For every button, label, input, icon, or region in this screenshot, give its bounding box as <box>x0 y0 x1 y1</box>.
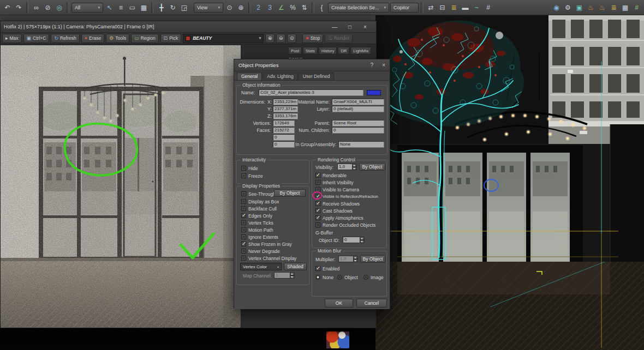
copitor-button[interactable]: Copitor <box>390 3 419 13</box>
visible-to-camera-checkbox[interactable]: Visible to Camera <box>315 186 359 192</box>
display-by-object-button[interactable]: By Object <box>274 189 306 197</box>
never-degrade-checkbox[interactable]: Never Degrade <box>241 248 280 254</box>
display-as-box-checkbox[interactable]: Display as Box <box>241 198 279 204</box>
select-and-rotate-icon[interactable]: ↻ <box>168 2 178 13</box>
visibility-by-object-button[interactable]: By Object <box>359 163 385 171</box>
spinner-arrows-icon[interactable] <box>290 272 295 279</box>
layer-manager-icon[interactable]: ≣ <box>449 2 459 13</box>
spinner-arrows-icon[interactable] <box>353 256 358 262</box>
cancel-button[interactable]: Cancel <box>356 299 387 307</box>
vfb-stop-button[interactable]: ■ Stop <box>302 34 323 43</box>
apply-atmospherics-checkbox[interactable]: Apply Atmospherics <box>315 215 363 221</box>
schematic-view-icon[interactable]: # <box>483 2 493 13</box>
map-channel-spinner[interactable]: 1 <box>274 272 295 279</box>
motion-path-checkbox[interactable]: Motion Path <box>241 227 273 233</box>
tab-post[interactable]: Post <box>288 47 302 55</box>
rectangular-selection-region-icon[interactable]: ▭ <box>127 2 138 13</box>
tab-history[interactable]: History <box>319 47 337 55</box>
vertex-ticks-checkbox[interactable]: Vertex Ticks <box>241 220 273 226</box>
undo-icon[interactable]: ↶ <box>2 2 13 13</box>
vfb-max-dropdown[interactable]: ▸ Max <box>2 34 22 43</box>
layer-field[interactable]: 0 (default) <box>332 106 384 112</box>
vfb-region-button[interactable]: ▭ Region <box>131 34 158 43</box>
vfb-copy-button[interactable]: ▣ Ctrl+C <box>23 34 50 43</box>
vertex-color-dropdown[interactable]: Vertex Color ▾ <box>240 263 282 270</box>
unlink-selection-icon[interactable]: ⊘ <box>43 2 53 13</box>
rendered-frame-window-icon[interactable]: ▣ <box>574 2 585 13</box>
reference-coordinate-dropdown[interactable]: View ▾ <box>194 3 223 13</box>
backface-cull-checkbox[interactable]: Backface Cull <box>241 206 277 212</box>
receive-shadows-checkbox[interactable]: Receive Shadows <box>315 201 360 207</box>
render-production-icon[interactable]: ♨ <box>586 2 596 13</box>
render-setup-icon[interactable]: ⚙ <box>563 2 573 13</box>
maximize-button[interactable]: □ <box>342 24 357 30</box>
vfb-render-button[interactable]: ♨ Render <box>325 34 353 43</box>
visible-to-reflection-checkbox[interactable]: Visible to Reflection/Refraction <box>315 194 378 200</box>
object-color-swatch[interactable] <box>367 90 381 95</box>
vfb-zoom-out-button[interactable]: ⊖ <box>276 34 285 43</box>
shaded-button[interactable]: Shaded <box>284 263 307 270</box>
motion-blur-image-radio[interactable]: Image <box>363 274 384 280</box>
vfb-tools-button[interactable]: ⚙ Tools <box>106 34 129 43</box>
hide-checkbox[interactable]: Hide <box>241 165 258 171</box>
grid-tools-icon[interactable]: ▦ <box>620 2 630 13</box>
vfb-zoom-reset-button[interactable]: ⊙ <box>287 34 296 43</box>
viewport[interactable] <box>375 15 644 350</box>
dialog-titlebar[interactable]: Object Properties ? × <box>234 59 390 71</box>
redo-icon[interactable]: ↷ <box>14 2 24 13</box>
inherit-visibility-checkbox[interactable]: Inherit Visibility <box>315 179 354 185</box>
ignore-extents-checkbox[interactable]: Ignore Extents <box>241 234 278 240</box>
multiplier-spinner[interactable]: 1,0 <box>338 256 358 262</box>
use-pivot-center-icon[interactable]: ⊙ <box>224 2 235 13</box>
material-name-field[interactable]: GrowFX004_MULTI <box>332 99 384 105</box>
vfb-pick-button[interactable]: ⊡ Pick <box>160 34 182 43</box>
motion-blur-none-radio[interactable]: None <box>315 274 333 280</box>
vfb-zoom-in-button[interactable]: ⊕ <box>265 34 275 43</box>
edit-named-selection-sets-icon[interactable]: { <box>317 2 327 13</box>
motion-blur-enabled-checkbox[interactable]: Enabled <box>315 265 339 271</box>
select-and-move-icon[interactable]: ╋ <box>156 2 166 13</box>
dimension-z-field[interactable]: 3353,176m <box>273 113 298 119</box>
ok-button[interactable]: OK <box>325 299 353 307</box>
renderable-checkbox[interactable]: Renderable <box>315 172 347 178</box>
material-editor-icon[interactable]: ◉ <box>551 2 562 13</box>
see-through-checkbox[interactable]: See-Through <box>241 191 276 197</box>
preview-thumbnail[interactable] <box>326 331 350 349</box>
layer-explorer-icon[interactable]: ≣ <box>609 2 619 13</box>
render-occluded-checkbox[interactable]: Render Occluded Objects <box>315 222 375 228</box>
select-and-link-icon[interactable]: ∞ <box>31 2 41 13</box>
curve-editor-icon[interactable]: ~ <box>472 2 482 13</box>
multiplier-by-object-button[interactable]: By Object <box>360 255 385 263</box>
close-button[interactable]: × <box>357 24 373 30</box>
object-id-spinner[interactable]: 0 <box>343 237 365 243</box>
selection-filter-dropdown[interactable]: All ▾ <box>71 3 103 13</box>
motion-blur-object-radio[interactable]: Object <box>337 274 358 280</box>
bind-to-space-warp-icon[interactable]: ◎ <box>54 2 64 13</box>
rendered-image[interactable] <box>1 45 241 328</box>
scripts-icon[interactable]: # <box>631 2 642 13</box>
tab-lightmix[interactable]: LightMix <box>350 47 371 55</box>
tab-adv-lighting[interactable]: Adv. Lighting <box>263 73 298 80</box>
tab-stats[interactable]: Stats <box>303 47 318 55</box>
dialog-help-button[interactable]: ? <box>371 62 374 68</box>
cast-shadows-checkbox[interactable]: Cast Shadows <box>315 208 353 214</box>
tab-general[interactable]: General <box>237 73 262 80</box>
tab-dr[interactable]: DR <box>338 47 349 55</box>
freeze-checkbox[interactable]: Freeze <box>241 173 263 179</box>
visibility-spinner[interactable]: 1,0 <box>337 164 357 170</box>
select-and-manipulate-icon[interactable]: ⊕ <box>236 2 246 13</box>
toggle-ribbon-icon[interactable]: ▬ <box>460 2 470 13</box>
window-crossing-icon[interactable]: ▦ <box>139 2 149 13</box>
named-selection-dropdown[interactable]: Create Selection Se... ▾ <box>328 3 389 13</box>
select-by-name-icon[interactable]: ≡ <box>116 2 126 13</box>
vfb-channel-dropdown[interactable]: BEAUTY ▾ <box>183 34 264 43</box>
dialog-close-button[interactable]: × <box>382 62 385 68</box>
snap-toggle-3d-icon[interactable]: 3 <box>265 2 275 13</box>
spinner-arrows-icon[interactable] <box>360 237 365 243</box>
percent-snap-icon[interactable]: % <box>288 2 298 13</box>
vfb-refresh-button[interactable]: ↻ Refresh <box>51 34 79 43</box>
spinner-snap-icon[interactable]: ⇅ <box>299 2 309 13</box>
angle-snap-icon[interactable]: ∠ <box>276 2 287 13</box>
minimize-button[interactable]: — <box>327 24 342 30</box>
mirror-icon[interactable]: ⇄ <box>426 2 436 13</box>
